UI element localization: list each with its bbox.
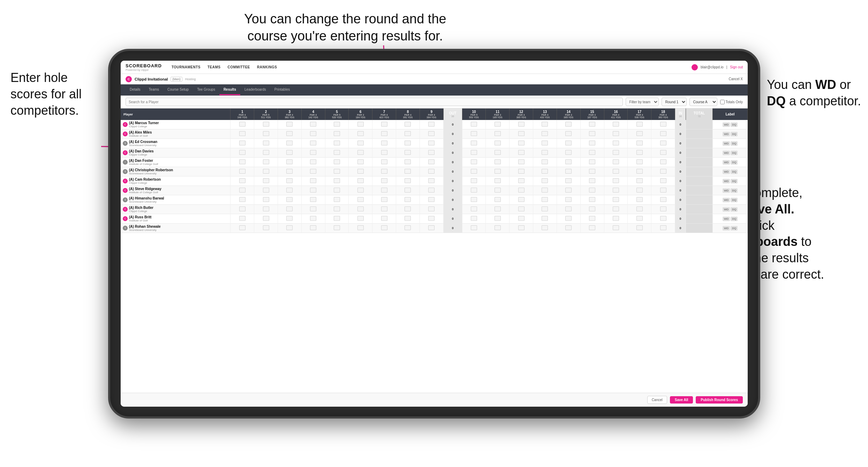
score-h1-player-6[interactable]	[231, 176, 254, 186]
score-h3-player-3[interactable]	[278, 148, 301, 158]
score-h5-player-0[interactable]	[325, 120, 349, 129]
score-h17-player-3[interactable]	[628, 148, 651, 158]
score-h2-player-3[interactable]	[254, 148, 278, 158]
score-h2-player-10[interactable]	[254, 214, 278, 224]
score-h12-player-7[interactable]	[510, 186, 533, 195]
save-all-button[interactable]: Save All	[670, 396, 693, 404]
score-h12-player-10[interactable]	[510, 214, 533, 224]
score-h11-player-9[interactable]	[486, 205, 510, 214]
score-h11-player-10[interactable]	[486, 214, 510, 224]
score-h13-player-11[interactable]	[533, 224, 557, 233]
dq-button-11[interactable]: DQ	[731, 226, 738, 231]
score-h16-player-3[interactable]	[604, 148, 628, 158]
score-h11-player-6[interactable]	[486, 176, 510, 186]
score-h2-player-2[interactable]	[254, 139, 278, 148]
score-h10-player-11[interactable]	[462, 224, 486, 233]
wd-button-0[interactable]: WD	[723, 122, 730, 127]
score-h18-player-8[interactable]	[651, 195, 675, 205]
tab-leaderboards[interactable]: Leaderboards	[240, 85, 270, 95]
wd-button-5[interactable]: WD	[723, 170, 730, 174]
score-h1-player-10[interactable]	[231, 214, 254, 224]
score-h17-player-6[interactable]	[628, 176, 651, 186]
score-h18-player-9[interactable]	[651, 205, 675, 214]
score-h18-player-10[interactable]	[651, 214, 675, 224]
score-h7-player-7[interactable]	[372, 186, 396, 195]
score-h4-player-10[interactable]	[301, 214, 325, 224]
score-h4-player-3[interactable]	[301, 148, 325, 158]
score-h17-player-7[interactable]	[628, 186, 651, 195]
score-h7-player-0[interactable]	[372, 120, 396, 129]
score-h16-player-1[interactable]	[604, 129, 628, 139]
score-h3-player-4[interactable]	[278, 158, 301, 167]
score-h7-player-3[interactable]	[372, 148, 396, 158]
score-h12-player-6[interactable]	[510, 176, 533, 186]
score-h17-player-5[interactable]	[628, 167, 651, 176]
score-h13-player-6[interactable]	[533, 176, 557, 186]
score-h16-player-10[interactable]	[604, 214, 628, 224]
score-h1-player-8[interactable]	[231, 195, 254, 205]
dq-button-7[interactable]: DQ	[731, 188, 738, 193]
sign-out-link[interactable]: Sign out	[730, 65, 743, 69]
score-h8-player-1[interactable]	[396, 129, 420, 139]
score-h18-player-11[interactable]	[651, 224, 675, 233]
score-h15-player-0[interactable]	[580, 120, 604, 129]
score-h16-player-8[interactable]	[604, 195, 628, 205]
score-h5-player-6[interactable]	[325, 176, 349, 186]
score-h14-player-9[interactable]	[557, 205, 580, 214]
dq-button-1[interactable]: DQ	[731, 132, 738, 136]
score-h11-player-5[interactable]	[486, 167, 510, 176]
score-h13-player-7[interactable]	[533, 186, 557, 195]
score-h18-player-6[interactable]	[651, 176, 675, 186]
score-h12-player-0[interactable]	[510, 120, 533, 129]
score-h1-player-7[interactable]	[231, 186, 254, 195]
totals-only-checkbox[interactable]	[720, 100, 725, 104]
score-h15-player-3[interactable]	[580, 148, 604, 158]
wd-button-7[interactable]: WD	[723, 188, 730, 193]
score-h3-player-7[interactable]	[278, 186, 301, 195]
score-h15-player-2[interactable]	[580, 139, 604, 148]
score-h3-player-6[interactable]	[278, 176, 301, 186]
score-h5-player-3[interactable]	[325, 148, 349, 158]
score-h13-player-2[interactable]	[533, 139, 557, 148]
score-h14-player-8[interactable]	[557, 195, 580, 205]
score-h5-player-7[interactable]	[325, 186, 349, 195]
score-h18-player-7[interactable]	[651, 186, 675, 195]
score-h9-player-7[interactable]	[420, 186, 443, 195]
score-h3-player-0[interactable]	[278, 120, 301, 129]
score-h7-player-10[interactable]	[372, 214, 396, 224]
score-h12-player-4[interactable]	[510, 158, 533, 167]
score-h1-player-5[interactable]	[231, 167, 254, 176]
score-h11-player-2[interactable]	[486, 139, 510, 148]
score-h6-player-10[interactable]	[349, 214, 372, 224]
score-h2-player-5[interactable]	[254, 167, 278, 176]
score-h3-player-5[interactable]	[278, 167, 301, 176]
score-h7-player-5[interactable]	[372, 167, 396, 176]
score-h11-player-3[interactable]	[486, 148, 510, 158]
dq-button-10[interactable]: DQ	[731, 217, 738, 221]
score-h6-player-4[interactable]	[349, 158, 372, 167]
score-h9-player-6[interactable]	[420, 176, 443, 186]
score-h11-player-7[interactable]	[486, 186, 510, 195]
score-h6-player-9[interactable]	[349, 205, 372, 214]
score-h8-player-4[interactable]	[396, 158, 420, 167]
score-h5-player-11[interactable]	[325, 224, 349, 233]
filter-team-select[interactable]: Filter by team	[626, 98, 659, 106]
score-h9-player-1[interactable]	[420, 129, 443, 139]
dq-button-9[interactable]: DQ	[731, 207, 738, 212]
score-h11-player-1[interactable]	[486, 129, 510, 139]
score-h18-player-0[interactable]	[651, 120, 675, 129]
score-h13-player-4[interactable]	[533, 158, 557, 167]
score-h10-player-2[interactable]	[462, 139, 486, 148]
score-h14-player-3[interactable]	[557, 148, 580, 158]
score-h6-player-8[interactable]	[349, 195, 372, 205]
score-h13-player-5[interactable]	[533, 167, 557, 176]
score-h12-player-1[interactable]	[510, 129, 533, 139]
score-h12-player-3[interactable]	[510, 148, 533, 158]
score-h12-player-11[interactable]	[510, 224, 533, 233]
score-h9-player-2[interactable]	[420, 139, 443, 148]
score-h3-player-8[interactable]	[278, 195, 301, 205]
score-h17-player-9[interactable]	[628, 205, 651, 214]
score-h16-player-9[interactable]	[604, 205, 628, 214]
score-h8-player-3[interactable]	[396, 148, 420, 158]
score-h3-player-2[interactable]	[278, 139, 301, 148]
